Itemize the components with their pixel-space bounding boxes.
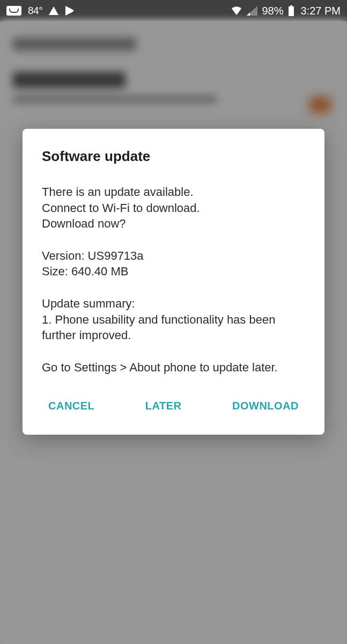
battery-icon [288,5,294,16]
svg-rect-0 [290,5,292,6]
dialog-actions: CANCEL LATER DOWNLOAD [42,394,305,424]
software-update-dialog: Software update There is an update avail… [23,129,324,435]
later-button[interactable]: LATER [141,394,186,418]
voicemail-icon [6,6,21,16]
warning-triangle-icon [49,6,58,15]
temperature: 84° [28,5,42,17]
download-button[interactable]: DOWNLOAD [228,394,303,418]
cancel-button[interactable]: CANCEL [44,394,99,418]
status-bar: 84° 98% 3:27 PM [0,0,347,21]
clock: 3:27 PM [301,5,341,17]
google-play-icon [65,5,75,16]
dialog-body: There is an update available. Connect to… [42,184,305,375]
svg-rect-1 [289,6,294,16]
cellular-signal-icon [247,6,257,16]
dialog-title: Software update [42,148,305,165]
wifi-icon [231,6,242,16]
battery-percent: 98% [262,5,283,17]
